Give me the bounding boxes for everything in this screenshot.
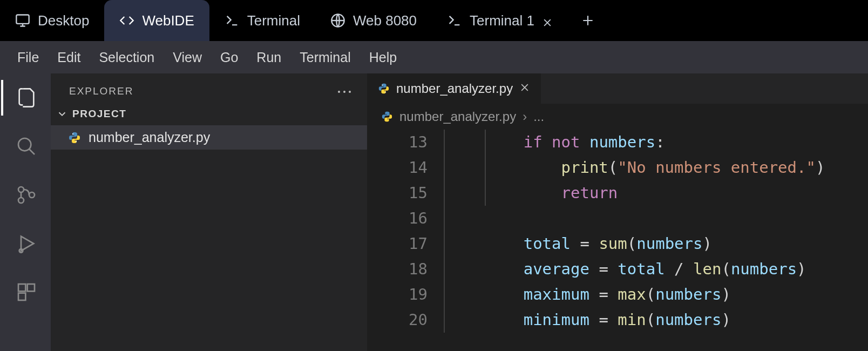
activity-source-control[interactable] bbox=[12, 180, 41, 210]
svg-point-3 bbox=[18, 187, 24, 192]
project-section-header[interactable]: PROJECT bbox=[51, 105, 367, 125]
indent-guide bbox=[485, 130, 486, 206]
breadcrumb-rest: ... bbox=[533, 109, 544, 124]
sidebar-explorer: EXPLORER PROJECT number_analyzer.py bbox=[51, 73, 367, 351]
svg-rect-9 bbox=[18, 293, 25, 300]
code-line[interactable]: minimum = min(numbers) bbox=[448, 307, 825, 333]
chevron-right-icon: › bbox=[523, 109, 527, 124]
indent-guide bbox=[444, 130, 445, 333]
svg-point-4 bbox=[18, 198, 24, 203]
file-tree-item[interactable]: number_analyzer.py bbox=[51, 125, 367, 150]
line-number: 19 bbox=[367, 282, 428, 307]
app-tab-label: Terminal bbox=[247, 12, 300, 29]
workbench: EXPLORER PROJECT number_analyzer.py bbox=[0, 73, 868, 351]
chevron-down-icon bbox=[56, 108, 68, 120]
code-editor[interactable]: 1314151617181920 if not numbers: print("… bbox=[367, 130, 868, 333]
app-tab-web8080[interactable]: Web 8080 bbox=[315, 0, 432, 41]
menu-go[interactable]: Go bbox=[220, 50, 238, 65]
line-number: 17 bbox=[367, 231, 428, 256]
svg-point-11 bbox=[343, 91, 345, 93]
code-line[interactable] bbox=[448, 206, 825, 231]
svg-point-12 bbox=[349, 91, 351, 93]
python-icon bbox=[378, 83, 390, 94]
app-tab-label: WebIDE bbox=[142, 12, 194, 29]
app-tabstrip: Desktop WebIDE Terminal Web 8080 Termina… bbox=[0, 0, 868, 41]
code-line[interactable]: print("No numbers entered.") bbox=[448, 155, 825, 180]
code-line[interactable]: maximum = max(numbers) bbox=[448, 282, 825, 307]
project-section-label: PROJECT bbox=[72, 108, 126, 120]
editor-tab-label: number_analyzer.py bbox=[396, 81, 513, 96]
svg-point-15 bbox=[382, 85, 383, 86]
breadcrumb[interactable]: number_analyzer.py › ... bbox=[367, 104, 868, 130]
line-number: 14 bbox=[367, 155, 428, 180]
code-line[interactable]: average = total / len(numbers) bbox=[448, 256, 825, 282]
svg-rect-8 bbox=[28, 284, 35, 291]
line-number: 18 bbox=[367, 256, 428, 282]
prompt-icon bbox=[225, 13, 240, 28]
app-tab-label: Terminal 1 bbox=[470, 12, 534, 29]
code-line[interactable]: return bbox=[448, 180, 825, 206]
svg-point-2 bbox=[18, 138, 31, 151]
app-tab-label: Web 8080 bbox=[353, 12, 417, 29]
svg-rect-0 bbox=[16, 15, 29, 24]
svg-point-16 bbox=[385, 92, 386, 93]
line-number-gutter: 1314151617181920 bbox=[367, 130, 443, 333]
sidebar-title: EXPLORER bbox=[69, 85, 133, 97]
menu-view[interactable]: View bbox=[173, 50, 202, 65]
menu-edit[interactable]: Edit bbox=[57, 50, 80, 65]
activity-search[interactable] bbox=[12, 132, 41, 161]
line-number: 13 bbox=[367, 130, 428, 155]
activity-run-debug[interactable] bbox=[12, 229, 41, 258]
python-icon bbox=[381, 111, 393, 123]
menu-terminal[interactable]: Terminal bbox=[300, 50, 350, 65]
app-tab-label: Desktop bbox=[38, 12, 89, 29]
app-tab-desktop[interactable]: Desktop bbox=[0, 0, 104, 41]
python-icon bbox=[68, 131, 81, 144]
svg-point-14 bbox=[76, 141, 77, 142]
line-number: 20 bbox=[367, 307, 428, 333]
new-tab-button[interactable] bbox=[568, 0, 608, 41]
activity-extensions[interactable] bbox=[12, 278, 41, 307]
prompt-icon bbox=[447, 13, 462, 28]
close-icon[interactable] bbox=[519, 81, 530, 96]
menu-selection[interactable]: Selection bbox=[99, 50, 154, 65]
app-tab-terminal[interactable]: Terminal bbox=[209, 0, 315, 41]
more-icon[interactable] bbox=[337, 86, 352, 96]
menubar: File Edit Selection View Go Run Terminal… bbox=[0, 41, 868, 73]
svg-point-10 bbox=[338, 91, 340, 93]
app-tab-webide[interactable]: WebIDE bbox=[104, 0, 209, 41]
monitor-icon bbox=[15, 13, 30, 28]
code-content[interactable]: if not numbers: print("No numbers entere… bbox=[443, 130, 825, 333]
close-icon[interactable] bbox=[542, 15, 553, 26]
globe-icon bbox=[330, 13, 345, 28]
menu-file[interactable]: File bbox=[17, 50, 39, 65]
activity-bar bbox=[0, 73, 51, 351]
breadcrumb-file: number_analyzer.py bbox=[399, 109, 516, 124]
menu-help[interactable]: Help bbox=[369, 50, 397, 65]
code-line[interactable]: if not numbers: bbox=[448, 130, 825, 155]
editor-tab[interactable]: number_analyzer.py bbox=[367, 73, 541, 104]
menu-run[interactable]: Run bbox=[256, 50, 281, 65]
svg-point-5 bbox=[29, 192, 35, 198]
svg-point-13 bbox=[72, 133, 73, 134]
line-number: 15 bbox=[367, 180, 428, 206]
app-tab-terminal-1[interactable]: Terminal 1 bbox=[432, 0, 568, 41]
code-icon bbox=[119, 13, 134, 28]
file-name: number_analyzer.py bbox=[89, 130, 210, 145]
file-tree: number_analyzer.py bbox=[51, 125, 367, 150]
line-number: 16 bbox=[367, 206, 428, 231]
svg-rect-7 bbox=[18, 284, 25, 291]
activity-explorer[interactable] bbox=[12, 83, 41, 112]
code-line[interactable]: total = sum(numbers) bbox=[448, 231, 825, 256]
editor-tabstrip: number_analyzer.py bbox=[367, 73, 868, 104]
editor-area: number_analyzer.py number_analyzer.py › … bbox=[367, 73, 868, 351]
